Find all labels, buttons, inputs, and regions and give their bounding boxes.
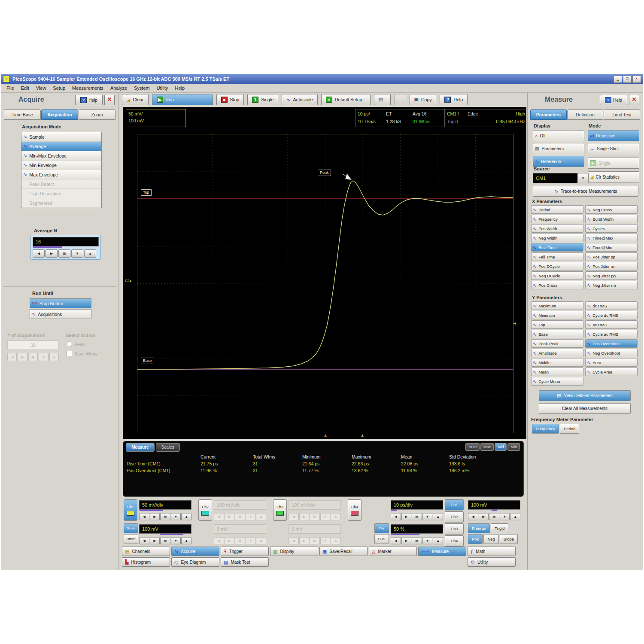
ch3-button[interactable]: Ch3	[273, 499, 287, 521]
view-auto[interactable]: Auto	[465, 443, 480, 451]
toolbar-run[interactable]: ▶Run	[152, 94, 213, 105]
xparam-pos-jitter-pp[interactable]: ∿Pos Jitter pp	[585, 252, 638, 261]
xparam-cycles[interactable]: ∿Cycles	[585, 224, 638, 233]
source-dropdown[interactable]: CM1 ▼	[533, 173, 589, 183]
measure-tab-limit-test[interactable]: Limit Test	[604, 109, 640, 120]
yparam-peak-peak[interactable]: ∿Peak-Peak	[531, 339, 583, 348]
step-down-icon[interactable]: ▼	[171, 537, 181, 544]
menu-edit[interactable]: Edit	[18, 85, 33, 91]
xparam-pos-jitter-rm[interactable]: ∿Pos Jitter rm	[585, 262, 638, 270]
xparam-frequency[interactable]: ∿Frequency	[531, 215, 583, 223]
menu-view[interactable]: View	[33, 85, 50, 91]
step-down-icon[interactable]: ▼	[171, 513, 181, 520]
mode-min-envelope[interactable]: ∿Min Envelope	[21, 161, 101, 170]
ch1-scale-value[interactable]: 50 mV/div	[139, 500, 191, 510]
mode-average[interactable]: ∿Average	[21, 142, 101, 151]
toolbar-clear[interactable]: ◢Clear	[122, 94, 149, 105]
yparam-dc-rms[interactable]: ∿dc RMS	[585, 301, 638, 310]
step-right-icon[interactable]: ▶	[401, 537, 412, 544]
step-left-icon[interactable]: ◀	[139, 537, 149, 544]
xparam-rise-time[interactable]: ∿Rise Time	[531, 243, 583, 252]
display-off[interactable]: ×Off	[533, 130, 584, 141]
trigger-level-value[interactable]: 100 mV	[468, 500, 520, 510]
yparam-cycle-ac-rms[interactable]: ∿Cycle ac RMS	[585, 330, 638, 338]
mode-sample[interactable]: ∿Sample	[21, 132, 101, 142]
vertical-mode-offset[interactable]: Offset	[124, 534, 138, 544]
close-button[interactable]: ×	[632, 76, 641, 83]
delay-value[interactable]: 50 %	[391, 524, 443, 534]
setup-display[interactable]: ▥Display	[270, 547, 318, 556]
acquire-help-button[interactable]: ?Help	[75, 95, 103, 105]
yparam-amplitude[interactable]: ∿Amplitude	[531, 349, 583, 357]
toolbar-copy[interactable]: ▣Copy	[410, 94, 437, 105]
trigger-source-ch3[interactable]: Ch3	[445, 523, 464, 535]
trigger-source-ch4[interactable]: Ch4	[445, 535, 464, 547]
xparam-neg-cross[interactable]: ∿Neg Cross	[585, 205, 638, 214]
measure-close-button[interactable]: ✕	[629, 95, 639, 105]
toolbar-help[interactable]: ?Help	[440, 94, 468, 105]
toolbar-single[interactable]: 1Single	[247, 94, 278, 105]
view-max[interactable]: Max	[480, 443, 494, 451]
trigger-source-ch1[interactable]: Ch1	[445, 499, 464, 510]
timebase-scale-value[interactable]: 10 ps/div	[391, 500, 443, 510]
trigger-position-marker[interactable]: ▲	[323, 433, 328, 437]
freq-meter-frequency[interactable]: Frequency	[532, 424, 559, 434]
mode-repetitive[interactable]: ⇄Repetitive	[588, 130, 639, 141]
setup-measure[interactable]: ⊢⊣Measure	[418, 547, 466, 556]
run-until-acquisitions[interactable]: ∿Acquisitions	[30, 309, 91, 319]
measure-tab-definition[interactable]: Definition	[567, 109, 604, 120]
step-down-icon[interactable]: ▼	[71, 249, 83, 258]
waveform-plot[interactable]: Top Base Peak	[137, 134, 513, 433]
ch2-button[interactable]: Ch2	[198, 499, 212, 521]
step-left-icon[interactable]: ◀	[391, 513, 401, 520]
menu-measurements[interactable]: Measurements	[69, 85, 107, 91]
step-right-icon[interactable]: ▶	[46, 249, 58, 258]
step-left-icon[interactable]: ◀	[468, 513, 478, 520]
yparam-cycle-area[interactable]: ∿Cycle Area	[585, 368, 638, 376]
view-defined-parameters-button[interactable]: ▤View Defined Parameters	[539, 390, 631, 401]
toolbar-default-setup[interactable]: √Default Setup...	[321, 94, 371, 105]
yparam-mean[interactable]: ∿Mean	[531, 368, 583, 376]
xparam-pos-dcycle[interactable]: ∿Pos DCycle	[531, 262, 583, 270]
trigger-mode-trig-d[interactable]: Trig'd	[491, 523, 508, 533]
trigger-slope-slope[interactable]: Slope	[500, 534, 518, 544]
delay-mode-dly[interactable]: Dly	[374, 523, 389, 533]
setup-utility[interactable]: ⚙Utility	[468, 557, 516, 567]
step-up-icon[interactable]: ▲	[433, 513, 443, 520]
trace-to-trace-button[interactable]: ∿Trace-to-trace Measurements	[533, 186, 638, 197]
setup-marker[interactable]: △Marker	[369, 547, 417, 556]
toolbar-print-icon[interactable]: ▤	[374, 94, 390, 105]
step-right-icon[interactable]: ▶	[479, 513, 489, 520]
step-up-icon[interactable]: ▲	[433, 537, 443, 544]
setup-eye-diagram[interactable]: ◎Eye Diagram	[171, 557, 219, 567]
menu-help[interactable]: Help	[172, 85, 188, 91]
step-up-icon[interactable]: ▲	[181, 513, 191, 520]
tab-time-base[interactable]: Time Base	[4, 109, 41, 120]
keypad-icon[interactable]: ▦	[412, 537, 422, 544]
toolbar-autoscale[interactable]: ∿Autoscale	[282, 94, 317, 105]
delay-mode-dual[interactable]: Dual	[374, 534, 389, 544]
yparam-pos-overshoot[interactable]: ∿Pos Overshoot	[585, 339, 638, 348]
view-mid[interactable]: Mid	[495, 443, 507, 451]
keypad-icon[interactable]: ▦	[160, 537, 170, 544]
step-left-icon[interactable]: ◀	[391, 537, 401, 544]
trigger-mode-freerun[interactable]: Freerun	[468, 523, 490, 533]
xparam-neg-jitter-pp[interactable]: ∿Neg Jitter pp	[585, 271, 638, 280]
keypad-icon[interactable]: ▦	[160, 513, 170, 520]
xparam-pos-width[interactable]: ∿Pos Width	[531, 224, 583, 233]
step-up-icon[interactable]: ▲	[510, 513, 520, 520]
delay-marker[interactable]: ▲	[360, 433, 365, 437]
yparam-cycle-dc-rms[interactable]: ∿Cycle dc RMS	[585, 311, 638, 319]
step-right-icon[interactable]: ▶	[150, 513, 160, 520]
step-up-icon[interactable]: ▲	[181, 537, 191, 544]
clr-statistics-button[interactable]: ◢Clr Statistics	[588, 171, 639, 182]
freq-meter-period[interactable]: Period	[560, 424, 579, 434]
yparam-cycle-mean[interactable]: ∿Cycle Mean	[531, 377, 583, 386]
step-left-icon[interactable]: ◀	[139, 513, 149, 520]
step-down-icon[interactable]: ▼	[500, 513, 510, 520]
yparam-top[interactable]: ∿Top	[531, 320, 583, 329]
xparam-neg-jitter-rm[interactable]: ∿Neg Jitter rm	[585, 281, 638, 289]
keypad-icon[interactable]: ▦	[489, 513, 499, 520]
display-parameters[interactable]: ▦Parameters	[533, 143, 584, 154]
xparam-time-max[interactable]: ∿Time@Max	[585, 234, 638, 242]
